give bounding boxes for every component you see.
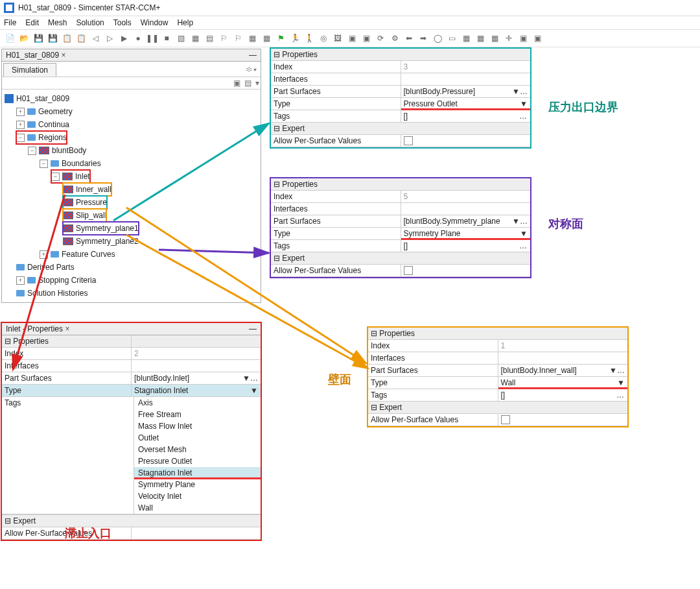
new-icon[interactable]: 📄 xyxy=(4,32,16,44)
pause-icon[interactable]: ❚❚ xyxy=(146,32,158,44)
more-icon[interactable]: … xyxy=(519,112,528,121)
menu-solution[interactable]: Solution xyxy=(76,18,104,27)
simulation-mode-tab[interactable]: Simulation xyxy=(3,63,56,77)
flag-green-icon[interactable]: ⚑ xyxy=(275,32,286,44)
right-icon[interactable]: ➡ xyxy=(417,32,429,44)
run-icon[interactable]: ▶ xyxy=(118,32,130,44)
axes-icon[interactable]: ✛ xyxy=(503,32,515,44)
chevron-down-icon[interactable]: ▼ xyxy=(520,99,528,108)
checkbox[interactable] xyxy=(404,266,413,275)
close-props-icon[interactable]: × xyxy=(65,324,69,333)
tree-sym2[interactable]: Symmetry_plane2 xyxy=(76,235,139,248)
type-dropdown[interactable]: Axis Free Stream Mass Flow Inlet Outlet … xyxy=(134,397,261,514)
type-option[interactable]: Velocity Inlet xyxy=(134,490,261,502)
prop-partsurfaces-value[interactable]: [bluntBody.Inlet] xyxy=(134,374,189,383)
collapse-icon[interactable]: ⊟ xyxy=(274,50,280,59)
filter-icon[interactable]: ▼ xyxy=(512,217,520,226)
flag2-icon[interactable]: ⚐ xyxy=(232,32,244,44)
filter-icon[interactable]: ▼ xyxy=(512,87,520,96)
type-option[interactable]: Outlet xyxy=(134,432,261,444)
image-icon[interactable]: 🖼 xyxy=(332,32,344,44)
target-icon[interactable]: ◎ xyxy=(318,32,329,44)
filter-icon[interactable]: ▼ xyxy=(242,374,250,383)
type-option[interactable]: Free Stream xyxy=(134,409,261,420)
select-icon[interactable]: ▧ xyxy=(175,32,187,44)
more-icon[interactable]: … xyxy=(519,241,528,250)
runner-icon[interactable]: 🏃 xyxy=(289,32,301,44)
box1-icon[interactable]: ▭ xyxy=(446,32,458,44)
type-option[interactable]: Wall xyxy=(134,502,261,514)
tree-derived-parts[interactable]: Derived Parts xyxy=(27,261,75,274)
more-icon[interactable]: … xyxy=(616,391,625,400)
menu-help[interactable]: Help xyxy=(177,18,193,27)
more-icon[interactable]: … xyxy=(617,366,625,375)
menu-window[interactable]: Window xyxy=(141,18,169,27)
step-fwd-icon[interactable]: ▷ xyxy=(104,32,115,44)
copy-icon[interactable]: 📋 xyxy=(61,32,73,44)
tree-slip-wall[interactable]: Slip_wall xyxy=(76,209,106,222)
chevron-down-icon[interactable]: ▼ xyxy=(250,386,258,395)
tree-sym1[interactable]: Symmetry_plane1 xyxy=(76,222,139,235)
type-option[interactable]: Pressure Outlet xyxy=(134,455,261,467)
settings-icon[interactable]: ⚙ xyxy=(389,32,401,44)
grid-icon[interactable]: ▤ xyxy=(204,32,215,44)
record-icon[interactable]: ● xyxy=(132,32,144,44)
walk-icon[interactable]: 🚶 xyxy=(303,32,315,44)
paste-icon[interactable]: 📋 xyxy=(75,32,87,44)
cube-icon[interactable]: ▦ xyxy=(246,32,258,44)
tree-regions[interactable]: Regions xyxy=(38,131,67,144)
expand-all-icon[interactable]: ▣ xyxy=(233,78,240,88)
collapse-icon[interactable]: − xyxy=(40,160,48,168)
collapse-icon[interactable]: − xyxy=(51,173,60,181)
save-all-icon[interactable]: 💾 xyxy=(47,32,58,44)
border1-icon[interactable]: ▣ xyxy=(346,32,358,44)
type-option[interactable]: Mass Flow Inlet xyxy=(134,420,261,432)
border2-icon[interactable]: ▣ xyxy=(360,32,372,44)
flag1-icon[interactable]: ⚐ xyxy=(218,32,229,44)
expand-icon[interactable]: + xyxy=(16,276,25,285)
minimize-icon[interactable]: — xyxy=(249,324,257,333)
tree-opt2-icon[interactable]: ▾ xyxy=(253,65,257,74)
tree-inner-wall[interactable]: Inner_wall xyxy=(76,183,111,196)
collapse-icon[interactable]: ⊟ xyxy=(5,337,11,346)
prop-type-value[interactable]: Stagnation Inlet xyxy=(134,386,188,395)
tree-bluntbody[interactable]: bluntBody xyxy=(52,144,86,157)
more-icon[interactable]: … xyxy=(520,87,528,96)
type-option[interactable]: Overset Mesh xyxy=(134,444,261,455)
checkbox[interactable] xyxy=(501,415,510,424)
fit-icon[interactable]: ▣ xyxy=(517,32,529,44)
collapse-icon[interactable]: − xyxy=(28,147,36,155)
layers-icon[interactable]: ▦ xyxy=(261,32,272,44)
box3-icon[interactable]: ▦ xyxy=(474,32,486,44)
step-back-icon[interactable]: ◁ xyxy=(89,32,101,44)
box4-icon[interactable]: ▦ xyxy=(489,32,500,44)
tree-continua[interactable]: Continua xyxy=(38,118,69,131)
stop-icon[interactable]: ■ xyxy=(161,32,172,44)
save-icon[interactable]: 💾 xyxy=(32,32,44,44)
mesh-icon[interactable]: ▦ xyxy=(189,32,201,44)
type-option-selected[interactable]: Stagnation Inlet xyxy=(134,467,261,479)
tree-inlet[interactable]: Inlet xyxy=(75,170,90,183)
collapse-icon[interactable]: ⊟ xyxy=(371,329,377,338)
collapse-icon[interactable]: ⊟ xyxy=(274,124,280,133)
tree-opt1-icon[interactable]: ፨ xyxy=(246,65,251,74)
filter-icon[interactable]: ▼ xyxy=(609,366,617,375)
collapse-icon[interactable]: ⊟ xyxy=(274,180,280,189)
collapse-icon[interactable]: ⊟ xyxy=(5,516,11,525)
tree-root[interactable]: H01_star_0809 xyxy=(16,92,69,105)
menu-file[interactable]: File xyxy=(4,18,16,27)
type-option[interactable]: Axis xyxy=(134,397,261,409)
tree-pressure[interactable]: Pressure xyxy=(76,196,107,209)
chevron-down-icon[interactable]: ▼ xyxy=(520,229,528,238)
minimize-icon[interactable]: — xyxy=(249,51,257,60)
circle-icon[interactable]: ◯ xyxy=(432,32,443,44)
sim-tab-label[interactable]: H01_star_0809 xyxy=(6,51,59,60)
collapse-all-icon[interactable]: ▤ xyxy=(244,78,251,88)
tree-boundaries[interactable]: Boundaries xyxy=(62,157,101,170)
menu-edit[interactable]: Edit xyxy=(25,18,39,27)
type-option[interactable]: Symmetry Plane xyxy=(134,479,261,490)
more-icon[interactable]: ▣ xyxy=(531,32,543,44)
box2-icon[interactable]: ▦ xyxy=(460,32,472,44)
expand-icon[interactable]: + xyxy=(16,121,25,129)
rotate-icon[interactable]: ⟳ xyxy=(375,32,386,44)
